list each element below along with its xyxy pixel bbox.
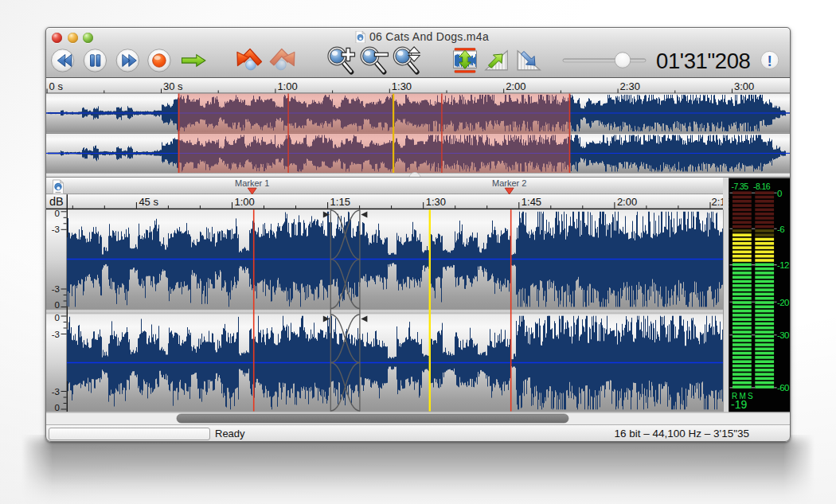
svg-text:-3: -3: [52, 330, 60, 339]
svg-text:1:00: 1:00: [235, 196, 255, 208]
svg-text:-7.35: -7.35: [732, 182, 749, 191]
svg-text:-3: -3: [52, 225, 60, 234]
svg-text:-3: -3: [52, 284, 60, 294]
svg-text:2:30: 2:30: [620, 80, 640, 92]
svg-text:-19: -19: [731, 398, 747, 411]
svg-text:-30: -30: [777, 330, 789, 340]
svg-text:2:00: 2:00: [506, 80, 525, 92]
svg-text:3:00: 3:00: [734, 80, 754, 92]
svg-text:0: 0: [55, 300, 60, 310]
svg-text:45 s: 45 s: [139, 196, 158, 208]
svg-text:1:00: 1:00: [277, 80, 297, 92]
svg-text:-3: -3: [52, 387, 60, 397]
svg-text:Marker 1: Marker 1: [235, 178, 269, 188]
svg-text:-6: -6: [777, 225, 784, 234]
svg-text:0: 0: [777, 189, 782, 198]
svg-text:Marker 2: Marker 2: [492, 178, 526, 188]
svg-text:1:30: 1:30: [392, 80, 412, 92]
svg-text:2:00: 2:00: [617, 196, 637, 208]
svg-text:01'31"208: 01'31"208: [656, 49, 751, 73]
svg-text:-60: -60: [777, 383, 789, 393]
svg-text:!: !: [768, 53, 772, 69]
svg-text:0 s: 0 s: [49, 80, 64, 92]
svg-text:1:15: 1:15: [330, 196, 350, 208]
svg-text:30 s: 30 s: [163, 80, 183, 92]
svg-text:0: 0: [55, 209, 60, 218]
svg-text:dB: dB: [49, 195, 64, 208]
svg-text:-12: -12: [777, 260, 789, 270]
svg-text:0: 0: [55, 313, 60, 322]
svg-text:1:45: 1:45: [522, 196, 541, 208]
svg-text:-20: -20: [777, 298, 789, 307]
svg-text:1:30: 1:30: [426, 196, 446, 208]
svg-text:-8.16: -8.16: [753, 182, 771, 191]
svg-text:0: 0: [55, 403, 60, 412]
